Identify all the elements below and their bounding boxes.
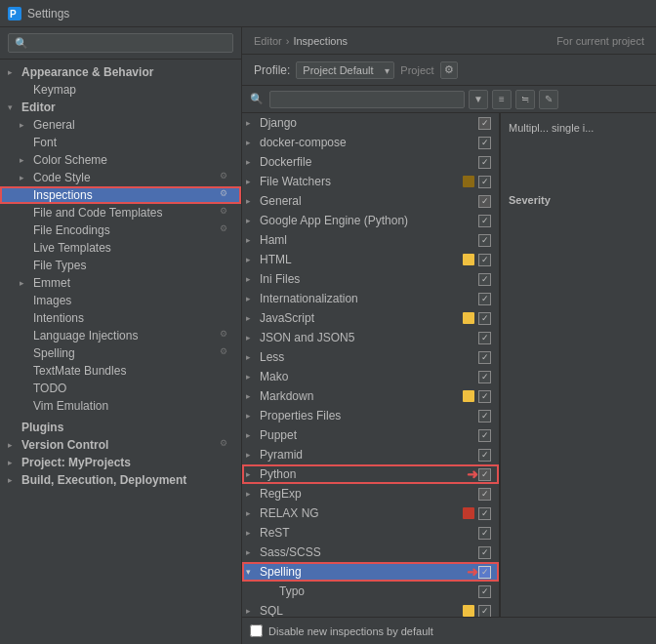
insp-item-sql[interactable]: ▸ SQL	[242, 601, 499, 617]
sidebar-item-emmet[interactable]: ▸ Emmet	[0, 274, 241, 292]
insp-item-regexp[interactable]: ▸ RegExp	[242, 484, 499, 503]
sidebar-item-general[interactable]: ▸ General	[0, 116, 241, 134]
disable-inspections-checkbox[interactable]	[250, 624, 263, 637]
insp-item-docker-compose[interactable]: ▸ docker-compose	[242, 133, 499, 152]
insp-item-spelling[interactable]: ▾ Spelling ➜	[242, 562, 499, 582]
insp-checkbox[interactable]	[478, 527, 491, 540]
sidebar-item-todo[interactable]: TODO	[0, 380, 241, 397]
insp-item-mako[interactable]: ▸ Mako	[242, 367, 499, 386]
edit-button[interactable]: ✎	[539, 90, 558, 109]
insp-checkbox[interactable]	[478, 117, 491, 130]
sidebar-item-build[interactable]: ▸ Build, Execution, Deployment	[0, 471, 241, 489]
insp-item-rest[interactable]: ▸ ReST	[242, 523, 499, 543]
insp-checkbox[interactable]	[478, 254, 491, 266]
expand-all-button[interactable]: ≡	[492, 90, 512, 109]
insp-checkbox[interactable]	[478, 566, 491, 579]
arrow-icon	[266, 586, 279, 596]
inspections-search-input[interactable]	[269, 91, 465, 108]
insp-item-less[interactable]: ▸ Less	[242, 347, 499, 367]
insp-checkbox[interactable]	[478, 137, 491, 149]
sidebar-item-textmate[interactable]: TextMate Bundles	[0, 362, 241, 380]
settings-icon: ⚙	[220, 346, 233, 360]
insp-item-file-watchers[interactable]: ▸ File Watchers	[242, 172, 499, 191]
insp-checkbox[interactable]	[478, 293, 491, 305]
sidebar-item-file-encodings[interactable]: File Encodings ⚙	[0, 221, 241, 239]
sidebar-item-font[interactable]: Font	[0, 134, 241, 151]
settings-icon: ⚙	[220, 329, 233, 342]
sidebar-item-color-scheme[interactable]: ▸ Color Scheme	[0, 151, 241, 169]
insp-checkbox[interactable]	[478, 468, 491, 481]
sidebar-item-inspections[interactable]: Inspections ⚙	[0, 186, 241, 204]
sidebar-item-project[interactable]: ▸ Project: MyProjects	[0, 454, 241, 471]
severity-indicator	[463, 312, 474, 324]
sidebar-item-images[interactable]: Images	[0, 292, 241, 309]
breadcrumb-editor[interactable]: Editor	[254, 35, 282, 47]
insp-label: Mako	[260, 370, 478, 383]
insp-label: File Watchers	[260, 175, 463, 188]
insp-item-dockerfile[interactable]: ▸ Dockerfile	[242, 152, 499, 172]
insp-checkbox[interactable]	[478, 332, 491, 344]
insp-checkbox[interactable]	[478, 390, 491, 403]
insp-checkbox[interactable]	[478, 507, 491, 520]
insp-checkbox[interactable]	[478, 371, 491, 383]
arrow-icon: ▾	[246, 567, 260, 577]
sidebar-item-label: Editor	[21, 101, 233, 114]
profile-select[interactable]: Project Default	[296, 61, 394, 79]
sidebar-item-plugins[interactable]: Plugins	[0, 419, 241, 436]
insp-item-haml[interactable]: ▸ Haml	[242, 230, 499, 250]
insp-item-django[interactable]: ▸ Django	[242, 113, 499, 133]
sidebar-item-spelling[interactable]: Spelling ⚙	[0, 344, 241, 362]
insp-item-python[interactable]: ▸ Python ➜	[242, 464, 499, 484]
sidebar-item-label: Live Templates	[33, 241, 233, 255]
insp-checkbox[interactable]	[478, 312, 491, 325]
collapse-all-button[interactable]: ≒	[515, 90, 535, 109]
sidebar-item-label: Emmet	[33, 276, 233, 290]
insp-checkbox[interactable]	[478, 546, 491, 559]
insp-checkbox[interactable]	[478, 449, 491, 462]
profile-gear-button[interactable]: ⚙	[440, 61, 458, 79]
insp-checkbox[interactable]	[478, 156, 491, 169]
insp-item-pyramid[interactable]: ▸ Pyramid	[242, 445, 499, 464]
insp-checkbox[interactable]	[478, 215, 491, 227]
insp-checkbox[interactable]	[478, 234, 491, 247]
filter-button[interactable]: ▼	[469, 90, 488, 109]
insp-checkbox[interactable]	[478, 195, 491, 208]
sidebar-item-vim[interactable]: Vim Emulation	[0, 397, 241, 415]
sidebar-item-file-types[interactable]: File Types	[0, 257, 241, 274]
insp-item-json[interactable]: ▸ JSON and JSON5	[242, 328, 499, 347]
sidebar-item-keymap[interactable]: Keymap	[0, 81, 241, 99]
insp-item-i18n[interactable]: ▸ Internationalization	[242, 289, 499, 308]
insp-checkbox[interactable]	[478, 488, 491, 501]
insp-item-markdown[interactable]: ▸ Markdown	[242, 386, 499, 406]
insp-item-sass[interactable]: ▸ Sass/SCSS	[242, 543, 499, 562]
insp-item-google-app-engine[interactable]: ▸ Google App Engine (Python)	[242, 211, 499, 230]
insp-checkbox[interactable]	[478, 605, 491, 618]
project-link[interactable]: For current project	[556, 35, 644, 47]
insp-checkbox[interactable]	[478, 410, 491, 423]
sidebar-search-input[interactable]	[8, 33, 233, 53]
sidebar-item-intentions[interactable]: Intentions	[0, 309, 241, 327]
sidebar-item-live-templates[interactable]: Live Templates	[0, 239, 241, 257]
insp-item-javascript[interactable]: ▸ JavaScript	[242, 308, 499, 328]
insp-checkbox[interactable]	[478, 585, 491, 598]
insp-item-ini-files[interactable]: ▸ Ini Files	[242, 269, 499, 289]
insp-checkbox[interactable]	[478, 176, 491, 188]
sidebar-item-version-control[interactable]: ▸ Version Control ⚙	[0, 436, 241, 454]
sidebar-item-file-templates[interactable]: File and Code Templates ⚙	[0, 204, 241, 221]
insp-item-general[interactable]: ▸ General	[242, 191, 499, 211]
insp-item-puppet[interactable]: ▸ Puppet	[242, 425, 499, 445]
insp-checkbox[interactable]	[478, 351, 491, 364]
insp-item-relax-ng[interactable]: ▸ RELAX NG	[242, 503, 499, 523]
insp-checkbox[interactable]	[478, 429, 491, 442]
inspections-list: ▸ Django ▸ docker-compose ▸ Dockerfile	[242, 113, 500, 617]
insp-item-typo[interactable]: Typo	[242, 582, 499, 601]
insp-item-html[interactable]: ▸ HTML	[242, 250, 499, 269]
arrow-icon	[20, 208, 31, 218]
sidebar-item-code-style[interactable]: ▸ Code Style ⚙	[0, 169, 241, 186]
insp-item-properties[interactable]: ▸ Properties Files	[242, 406, 499, 425]
insp-label: JavaScript	[260, 311, 463, 325]
sidebar-item-language-injections[interactable]: Language Injections ⚙	[0, 327, 241, 344]
sidebar-item-editor[interactable]: ▾ Editor	[0, 99, 241, 116]
sidebar-item-appearance[interactable]: ▸ Appearance & Behavior	[0, 63, 241, 81]
insp-checkbox[interactable]	[478, 273, 491, 286]
